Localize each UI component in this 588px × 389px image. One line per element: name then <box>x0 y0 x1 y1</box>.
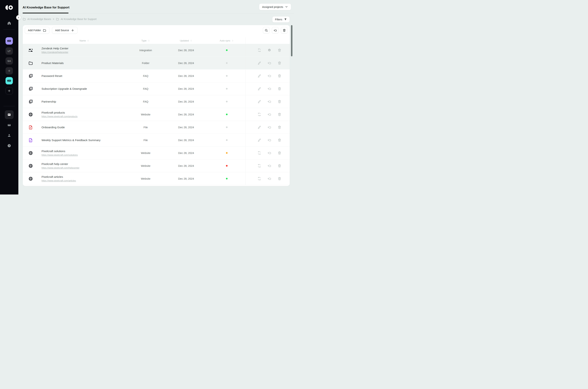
sync-button[interactable] <box>257 177 261 181</box>
svg-text:?: ? <box>31 100 32 102</box>
pencil-button[interactable] <box>257 61 261 65</box>
trash-button[interactable] <box>278 138 281 142</box>
workspace-logo-icon <box>7 79 11 82</box>
trash-button[interactable] <box>278 100 281 103</box>
folder-move-button[interactable] <box>267 151 271 155</box>
sidebar: LT SA ? <box>0 0 18 194</box>
faq-icon: ? <box>28 99 39 104</box>
scrollbar-thumb[interactable] <box>291 25 293 56</box>
folder-move-button[interactable] <box>267 164 271 168</box>
row-actions <box>245 82 290 95</box>
row-url-link[interactable]: https://zendesk/helpcenter <box>41 51 68 54</box>
pencil-button[interactable] <box>257 125 261 129</box>
trash-button[interactable] <box>278 48 281 52</box>
table-row[interactable]: Pixelcraft products https://www.pixelcra… <box>23 108 290 121</box>
folder-move-button[interactable] <box>267 177 271 181</box>
table-row[interactable]: Product Materials Folder Dec 28, 2024 <box>23 57 290 69</box>
row-url-link[interactable]: https://www.pixelcraft.com/products <box>41 115 77 118</box>
add-workspace-button[interactable] <box>5 67 13 74</box>
globe-icon <box>28 112 39 117</box>
row-name: Pixelcraft articles <box>41 175 127 179</box>
breadcrumb-item-root[interactable]: AI Knowledge Bases <box>23 17 51 21</box>
row-name: Onboarding Guide <box>41 126 127 129</box>
table-row[interactable]: Onboarding Guide File Dec 28, 2024 <box>23 121 290 134</box>
add-folder-button[interactable]: Add Folder <box>25 27 49 34</box>
filter-funnel-icon <box>284 18 287 21</box>
column-header-type[interactable]: Type <box>141 39 150 42</box>
sidebar-expand-button[interactable] <box>16 15 21 20</box>
column-header-autosync[interactable]: Auto-sync <box>220 39 234 42</box>
folder-move-button[interactable] <box>267 87 271 91</box>
table-body: Zendesk Help Center https://zendesk/help… <box>23 44 290 185</box>
row-updated: Dec 28, 2024 <box>164 113 208 116</box>
table-row[interactable]: Pixelcraft solutions https://www.pixelcr… <box>23 147 290 160</box>
sync-button[interactable] <box>257 164 261 168</box>
pencil-button[interactable] <box>257 74 261 78</box>
assigned-projects-dropdown[interactable]: Assigned projects <box>259 3 291 10</box>
folder-move-button[interactable] <box>267 125 271 129</box>
folder-move-button[interactable] <box>267 112 271 116</box>
workspace-tile-lt[interactable]: LT <box>5 47 13 55</box>
trash-button[interactable] <box>278 74 281 78</box>
table-row[interactable]: ? Password Reset FAQ Dec 28, 2024 <box>23 69 290 82</box>
workspace-tile-sa[interactable]: SA <box>5 57 13 65</box>
pencil-button[interactable] <box>257 87 261 91</box>
plus-icon <box>7 69 11 72</box>
trash-button[interactable] <box>278 177 281 181</box>
sidebar-item-help[interactable]: ? <box>5 141 14 150</box>
folder-move-button[interactable] <box>267 61 271 65</box>
table-row[interactable]: ? Subscription Upgrade & Downgrade FAQ D… <box>23 82 290 95</box>
row-actions <box>245 44 290 57</box>
trash-button[interactable] <box>278 87 281 91</box>
table-row[interactable]: Pixelcraft articles https://www.pixelcra… <box>23 172 290 185</box>
sync-button[interactable] <box>257 48 261 52</box>
folder-icon <box>56 17 59 21</box>
table-row[interactable]: ? Partnership FAQ Dec 28, 2024 <box>23 95 290 108</box>
globe-icon <box>28 176 39 181</box>
sort-icon <box>190 39 192 42</box>
workspace-tile-cyan[interactable] <box>5 77 13 84</box>
table-row[interactable]: MD Weekly Support Metrics & Feedback Sum… <box>23 134 290 147</box>
folder-move-button[interactable] <box>267 138 271 142</box>
row-url-link[interactable]: https://www.pixelcraft.com/helpcenter <box>41 167 79 169</box>
column-header-name[interactable]: Name <box>79 39 89 42</box>
row-actions <box>245 95 290 108</box>
row-updated: Dec 28, 2024 <box>164 152 208 155</box>
row-actions <box>245 57 290 69</box>
row-url-link[interactable]: https://www.pixelcraft.com/solutions <box>41 154 78 156</box>
folder-move-button[interactable] <box>267 74 271 78</box>
home-icon[interactable] <box>7 21 12 26</box>
trash-button[interactable] <box>278 164 281 168</box>
trash-button[interactable] <box>278 61 281 65</box>
table-row[interactable]: Zendesk Help Center https://zendesk/help… <box>23 44 290 57</box>
page-title-tab[interactable]: AI Knowledge Base for Support <box>23 6 70 9</box>
gear-button[interactable] <box>267 48 271 52</box>
delete-button[interactable] <box>281 27 288 33</box>
folder-move-button[interactable] <box>267 100 271 103</box>
sidebar-item-profile[interactable] <box>5 131 14 140</box>
trash-button[interactable] <box>278 125 281 129</box>
add-source-label: Add Source <box>55 29 69 32</box>
row-url-link[interactable]: https://www.pixelcraft.com/articles <box>41 179 76 182</box>
pencil-button[interactable] <box>257 138 261 142</box>
row-name: Pixelcraft products <box>41 111 127 114</box>
filters-button[interactable]: Filters <box>272 16 290 23</box>
column-header-updated[interactable]: Updated <box>180 39 192 42</box>
breadcrumb-item-current[interactable]: AI Knowledge Base for Support <box>56 17 96 21</box>
move-to-folder-button[interactable] <box>272 27 278 33</box>
table-row[interactable]: Pixelcraft help center https://www.pixel… <box>23 160 290 172</box>
search-button[interactable] <box>263 27 269 33</box>
sidebar-item-card[interactable] <box>5 121 14 130</box>
sync-button[interactable] <box>257 151 261 155</box>
sidebar-item-knowledge-base[interactable] <box>5 110 14 119</box>
create-workspace-button[interactable] <box>5 87 13 95</box>
workspace-tile-active[interactable] <box>5 37 13 45</box>
workspace-initials: LT <box>8 50 11 53</box>
trash-button[interactable] <box>278 151 281 155</box>
pencil-button[interactable] <box>257 100 261 103</box>
svg-text:?: ? <box>31 87 32 89</box>
row-updated: Dec 28, 2024 <box>164 164 208 167</box>
sync-button[interactable] <box>257 112 261 116</box>
trash-button[interactable] <box>278 112 281 116</box>
add-source-button[interactable]: Add Source <box>52 27 77 34</box>
